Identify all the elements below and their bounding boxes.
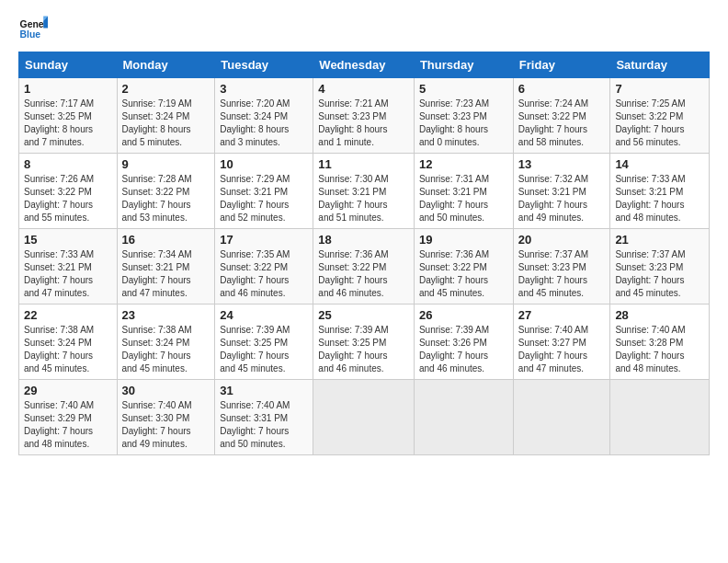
calendar-cell: [313, 380, 415, 455]
calendar-cell: 17Sunrise: 7:35 AM Sunset: 3:22 PM Dayli…: [215, 229, 313, 304]
svg-text:Blue: Blue: [20, 29, 41, 40]
day-number: 25: [318, 308, 409, 322]
day-info: Sunrise: 7:19 AM Sunset: 3:24 PM Dayligh…: [122, 98, 210, 149]
calendar-cell: [610, 380, 710, 455]
calendar-week-4: 22Sunrise: 7:38 AM Sunset: 3:24 PM Dayli…: [19, 304, 710, 380]
day-number: 29: [24, 384, 112, 397]
day-info: Sunrise: 7:28 AM Sunset: 3:22 PM Dayligh…: [122, 173, 210, 224]
logo-icon: General Blue: [18, 15, 48, 44]
day-header-tuesday: Tuesday: [215, 52, 313, 78]
day-info: Sunrise: 7:40 AM Sunset: 3:27 PM Dayligh…: [518, 324, 606, 375]
day-number: 17: [220, 233, 308, 247]
calendar-cell: 14Sunrise: 7:33 AM Sunset: 3:21 PM Dayli…: [610, 154, 710, 229]
calendar-cell: 25Sunrise: 7:39 AM Sunset: 3:25 PM Dayli…: [313, 304, 415, 380]
calendar-cell: [513, 380, 610, 455]
day-info: Sunrise: 7:37 AM Sunset: 3:23 PM Dayligh…: [518, 248, 606, 300]
day-number: 13: [518, 157, 606, 171]
day-info: Sunrise: 7:32 AM Sunset: 3:21 PM Dayligh…: [518, 173, 606, 224]
day-number: 8: [24, 157, 112, 171]
calendar-cell: 2Sunrise: 7:19 AM Sunset: 3:24 PM Daylig…: [117, 78, 215, 154]
day-number: 5: [419, 82, 508, 96]
day-number: 28: [615, 308, 704, 322]
day-info: Sunrise: 7:38 AM Sunset: 3:24 PM Dayligh…: [122, 324, 210, 375]
day-number: 15: [24, 233, 112, 247]
day-header-saturday: Saturday: [610, 52, 710, 78]
day-info: Sunrise: 7:33 AM Sunset: 3:21 PM Dayligh…: [615, 173, 704, 224]
day-number: 7: [615, 82, 704, 96]
day-number: 16: [122, 233, 210, 247]
day-info: Sunrise: 7:21 AM Sunset: 3:23 PM Dayligh…: [318, 98, 409, 149]
day-info: Sunrise: 7:34 AM Sunset: 3:21 PM Dayligh…: [122, 248, 210, 300]
day-number: 4: [318, 82, 409, 96]
calendar-cell: 13Sunrise: 7:32 AM Sunset: 3:21 PM Dayli…: [513, 154, 610, 229]
logo: General Blue: [18, 15, 48, 44]
day-info: Sunrise: 7:31 AM Sunset: 3:21 PM Dayligh…: [419, 173, 508, 224]
day-number: 22: [24, 308, 112, 322]
calendar-cell: 15Sunrise: 7:33 AM Sunset: 3:21 PM Dayli…: [19, 229, 118, 304]
day-info: Sunrise: 7:20 AM Sunset: 3:24 PM Dayligh…: [220, 98, 308, 149]
calendar-cell: 30Sunrise: 7:40 AM Sunset: 3:30 PM Dayli…: [117, 380, 215, 455]
day-info: Sunrise: 7:29 AM Sunset: 3:21 PM Dayligh…: [220, 173, 308, 224]
day-number: 6: [518, 82, 606, 96]
day-info: Sunrise: 7:36 AM Sunset: 3:22 PM Dayligh…: [419, 248, 508, 300]
calendar-cell: 12Sunrise: 7:31 AM Sunset: 3:21 PM Dayli…: [414, 154, 513, 229]
calendar-cell: 5Sunrise: 7:23 AM Sunset: 3:23 PM Daylig…: [414, 78, 513, 154]
day-info: Sunrise: 7:35 AM Sunset: 3:22 PM Dayligh…: [220, 248, 308, 300]
day-info: Sunrise: 7:39 AM Sunset: 3:26 PM Dayligh…: [419, 324, 508, 375]
calendar-cell: 28Sunrise: 7:40 AM Sunset: 3:28 PM Dayli…: [610, 304, 710, 380]
day-info: Sunrise: 7:40 AM Sunset: 3:28 PM Dayligh…: [615, 324, 704, 375]
day-info: Sunrise: 7:40 AM Sunset: 3:30 PM Dayligh…: [122, 399, 210, 451]
calendar-cell: 1Sunrise: 7:17 AM Sunset: 3:25 PM Daylig…: [19, 78, 118, 154]
day-header-wednesday: Wednesday: [313, 52, 415, 78]
calendar-week-1: 1Sunrise: 7:17 AM Sunset: 3:25 PM Daylig…: [19, 78, 710, 154]
calendar-cell: 29Sunrise: 7:40 AM Sunset: 3:29 PM Dayli…: [19, 380, 118, 455]
day-header-friday: Friday: [513, 52, 610, 78]
day-info: Sunrise: 7:39 AM Sunset: 3:25 PM Dayligh…: [318, 324, 409, 375]
calendar-cell: 6Sunrise: 7:24 AM Sunset: 3:22 PM Daylig…: [513, 78, 610, 154]
day-number: 3: [220, 82, 308, 96]
day-number: 18: [318, 233, 409, 247]
day-info: Sunrise: 7:39 AM Sunset: 3:25 PM Dayligh…: [220, 324, 308, 375]
calendar-cell: 9Sunrise: 7:28 AM Sunset: 3:22 PM Daylig…: [117, 154, 215, 229]
day-info: Sunrise: 7:36 AM Sunset: 3:22 PM Dayligh…: [318, 248, 409, 300]
day-info: Sunrise: 7:33 AM Sunset: 3:21 PM Dayligh…: [24, 248, 112, 300]
calendar-cell: 22Sunrise: 7:38 AM Sunset: 3:24 PM Dayli…: [19, 304, 118, 380]
calendar-cell: 27Sunrise: 7:40 AM Sunset: 3:27 PM Dayli…: [513, 304, 610, 380]
calendar-cell: 8Sunrise: 7:26 AM Sunset: 3:22 PM Daylig…: [19, 154, 118, 229]
day-info: Sunrise: 7:25 AM Sunset: 3:22 PM Dayligh…: [615, 98, 704, 149]
day-number: 26: [419, 308, 508, 322]
calendar-cell: 23Sunrise: 7:38 AM Sunset: 3:24 PM Dayli…: [117, 304, 215, 380]
calendar-cell: 24Sunrise: 7:39 AM Sunset: 3:25 PM Dayli…: [215, 304, 313, 380]
day-info: Sunrise: 7:24 AM Sunset: 3:22 PM Dayligh…: [518, 98, 606, 149]
calendar-cell: 16Sunrise: 7:34 AM Sunset: 3:21 PM Dayli…: [117, 229, 215, 304]
day-number: 20: [518, 233, 606, 247]
day-number: 14: [615, 157, 704, 171]
day-number: 27: [518, 308, 606, 322]
day-info: Sunrise: 7:17 AM Sunset: 3:25 PM Dayligh…: [24, 98, 112, 149]
day-info: Sunrise: 7:23 AM Sunset: 3:23 PM Dayligh…: [419, 98, 508, 149]
day-header-monday: Monday: [117, 52, 215, 78]
calendar-week-5: 29Sunrise: 7:40 AM Sunset: 3:29 PM Dayli…: [19, 380, 710, 455]
calendar-cell: 10Sunrise: 7:29 AM Sunset: 3:21 PM Dayli…: [215, 154, 313, 229]
day-number: 24: [220, 308, 308, 322]
day-info: Sunrise: 7:30 AM Sunset: 3:21 PM Dayligh…: [318, 173, 409, 224]
calendar-cell: 3Sunrise: 7:20 AM Sunset: 3:24 PM Daylig…: [215, 78, 313, 154]
day-header-sunday: Sunday: [19, 52, 118, 78]
page: General Blue SundayMondayTuesdayWednesda…: [0, 0, 728, 563]
calendar-table: SundayMondayTuesdayWednesdayThursdayFrid…: [18, 52, 710, 455]
calendar-cell: 20Sunrise: 7:37 AM Sunset: 3:23 PM Dayli…: [513, 229, 610, 304]
day-number: 9: [122, 157, 210, 171]
calendar-cell: 31Sunrise: 7:40 AM Sunset: 3:31 PM Dayli…: [215, 380, 313, 455]
calendar-cell: [414, 380, 513, 455]
calendar-cell: 7Sunrise: 7:25 AM Sunset: 3:22 PM Daylig…: [610, 78, 710, 154]
day-number: 19: [419, 233, 508, 247]
day-number: 2: [122, 82, 210, 96]
day-number: 11: [318, 157, 409, 171]
day-info: Sunrise: 7:38 AM Sunset: 3:24 PM Dayligh…: [24, 324, 112, 375]
day-number: 31: [220, 384, 308, 397]
calendar-cell: 19Sunrise: 7:36 AM Sunset: 3:22 PM Dayli…: [414, 229, 513, 304]
calendar-week-3: 15Sunrise: 7:33 AM Sunset: 3:21 PM Dayli…: [19, 229, 710, 304]
calendar-cell: 18Sunrise: 7:36 AM Sunset: 3:22 PM Dayli…: [313, 229, 415, 304]
calendar-cell: 11Sunrise: 7:30 AM Sunset: 3:21 PM Dayli…: [313, 154, 415, 229]
day-number: 23: [122, 308, 210, 322]
